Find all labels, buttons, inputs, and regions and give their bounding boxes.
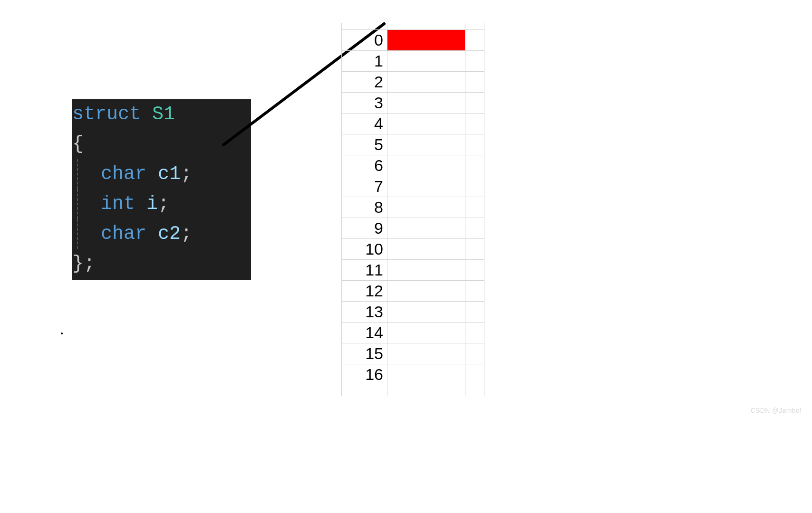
memory-row: 3: [342, 92, 484, 113]
memory-cell: [387, 364, 465, 385]
memory-row: 11: [342, 259, 484, 280]
memory-cell-tail: [465, 364, 484, 385]
memory-cell-tail: [465, 218, 484, 238]
memory-row-index: 14: [342, 322, 387, 343]
memory-cell: [387, 134, 465, 155]
keyword-struct: struct: [72, 104, 141, 125]
code-line-c1: char c1;: [77, 159, 251, 189]
memory-row-index: 12: [342, 280, 387, 301]
memory-cell-tail: [465, 343, 484, 364]
code-line-i: int i;: [77, 189, 251, 219]
memory-table-footer-stub: [342, 385, 484, 396]
code-line-struct: struct S1: [72, 99, 251, 129]
memory-row-index: 11: [342, 259, 387, 280]
memory-cell: [387, 176, 465, 197]
memory-row: 7: [342, 176, 484, 197]
type-name: S1: [152, 104, 175, 125]
memory-row: 12: [342, 280, 484, 301]
memory-row-index: 5: [342, 134, 387, 155]
memory-row: 15: [342, 343, 484, 364]
memory-cell: [387, 113, 465, 134]
memory-cell: [387, 322, 465, 343]
memory-cell-tail: [465, 176, 484, 197]
memory-row-index: 4: [342, 113, 387, 134]
memory-cell-tail: [465, 29, 484, 50]
memory-row: 10: [342, 238, 484, 259]
memory-table-header-stub: [342, 23, 484, 29]
memory-cell-tail: [465, 71, 484, 92]
memory-table-body: 012345678910111213141516: [342, 23, 484, 396]
memory-row: 4: [342, 113, 484, 134]
memory-row-index: 10: [342, 238, 387, 259]
memory-cell: [387, 280, 465, 301]
memory-row: 8: [342, 197, 484, 218]
memory-row-index: 9: [342, 218, 387, 238]
memory-row-index: 13: [342, 301, 387, 322]
memory-row: 5: [342, 134, 484, 155]
memory-cell: [387, 343, 465, 364]
memory-cell-tail: [465, 259, 484, 280]
memory-row-index: 3: [342, 92, 387, 113]
memory-cell-tail: [465, 50, 484, 71]
memory-cell: [387, 238, 465, 259]
stray-dot: [61, 332, 63, 334]
memory-cell: [387, 92, 465, 113]
memory-cell: [387, 259, 465, 280]
memory-cell-tail: [465, 134, 484, 155]
memory-row: 1: [342, 50, 484, 71]
memory-cell-tail: [465, 301, 484, 322]
memory-row: 16: [342, 364, 484, 385]
memory-cell: [387, 197, 465, 218]
memory-row: 14: [342, 322, 484, 343]
memory-row-index: 1: [342, 50, 387, 71]
memory-row-index: 0: [342, 29, 387, 50]
memory-cell: [387, 50, 465, 71]
memory-row: 13: [342, 301, 484, 322]
memory-cell-tail: [465, 322, 484, 343]
watermark: CSDN @Jambo!: [751, 407, 802, 414]
memory-row-index: 8: [342, 197, 387, 218]
memory-table: 012345678910111213141516: [341, 23, 484, 396]
memory-cell-tail: [465, 238, 484, 259]
memory-cell-tail: [465, 92, 484, 113]
memory-cell: [387, 71, 465, 92]
memory-cell-tail: [465, 113, 484, 134]
memory-row-index: 7: [342, 176, 387, 197]
code-brace-open: {: [72, 129, 251, 159]
memory-row: 2: [342, 71, 484, 92]
code-brace-close: };: [72, 249, 251, 279]
memory-cell-tail: [465, 155, 484, 176]
memory-row: 6: [342, 155, 484, 176]
memory-cell: [387, 218, 465, 238]
memory-row: 0: [342, 29, 484, 50]
memory-cell: [387, 301, 465, 322]
code-line-c2: char c2;: [77, 219, 251, 249]
memory-cell: [387, 155, 465, 176]
code-block: struct S1 { char c1; int i; char c2; };: [72, 99, 251, 280]
memory-row-index: 15: [342, 343, 387, 364]
memory-cell-tail: [465, 280, 484, 301]
memory-row-index: 16: [342, 364, 387, 385]
memory-row-index: 6: [342, 155, 387, 176]
memory-cell-tail: [465, 197, 484, 218]
memory-cell-highlight: [387, 29, 465, 50]
memory-row-index: 2: [342, 71, 387, 92]
memory-row: 9: [342, 218, 484, 238]
